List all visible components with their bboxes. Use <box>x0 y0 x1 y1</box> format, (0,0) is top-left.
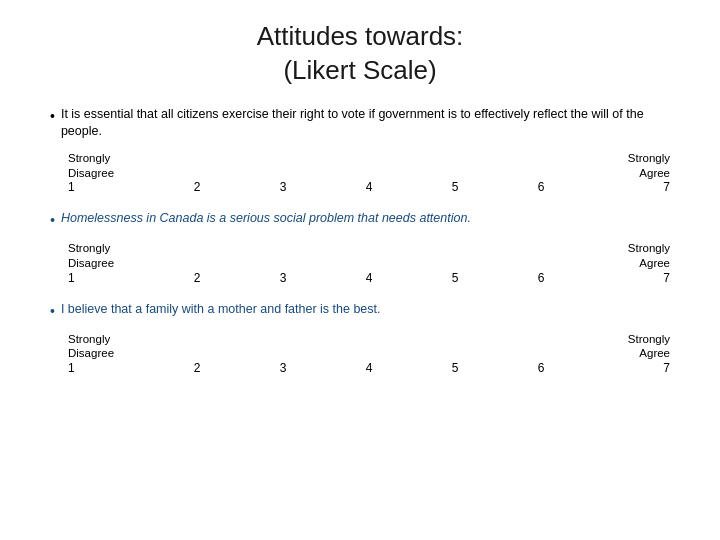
question-1-label: It is essential that all citizens exerci… <box>61 106 670 141</box>
bullet-1: • <box>50 107 55 127</box>
scale-1-num-5: 5 <box>412 180 498 194</box>
scale-2-num-5: 5 <box>412 271 498 285</box>
scale-2-num-7: 7 <box>584 271 670 285</box>
question-1-text: • It is essential that all citizens exer… <box>50 106 670 141</box>
scale-1-right-label: Strongly Agree <box>628 151 670 181</box>
question-1-block: • It is essential that all citizens exer… <box>50 106 670 195</box>
scale-1-left-label: Strongly Disagree <box>68 151 114 181</box>
scale-2-num-1: 1 <box>68 271 154 285</box>
scale-1-num-6: 6 <box>498 180 584 194</box>
scale-2-labels: Strongly Disagree Strongly Agree <box>68 241 670 271</box>
scale-1-num-1: 1 <box>68 180 154 194</box>
bullet-2: • <box>50 211 55 231</box>
bullet-3: • <box>50 302 55 322</box>
page-title: Attitudes towards: (Likert Scale) <box>50 20 670 88</box>
scale-2-numbers: 1 2 3 4 5 6 7 <box>68 271 670 285</box>
scale-3-num-7: 7 <box>584 361 670 375</box>
page: Attitudes towards: (Likert Scale) • It i… <box>0 0 720 540</box>
scale-3-num-4: 4 <box>326 361 412 375</box>
scale-3-numbers: 1 2 3 4 5 6 7 <box>68 361 670 375</box>
scale-3: Strongly Disagree Strongly Agree 1 2 3 4… <box>68 332 670 376</box>
scale-3-left-label: Strongly Disagree <box>68 332 114 362</box>
scale-3-right-label: Strongly Agree <box>628 332 670 362</box>
question-3-label: I believe that a family with a mother an… <box>61 301 381 319</box>
scale-3-num-2: 2 <box>154 361 240 375</box>
scale-1-labels: Strongly Disagree Strongly Agree <box>68 151 670 181</box>
scale-2-num-6: 6 <box>498 271 584 285</box>
scale-2-num-3: 3 <box>240 271 326 285</box>
scale-3-num-1: 1 <box>68 361 154 375</box>
scale-1-num-3: 3 <box>240 180 326 194</box>
scale-2-right-label: Strongly Agree <box>628 241 670 271</box>
question-2-text: • Homelessness in Canada is a serious so… <box>50 210 670 231</box>
scale-1-numbers: 1 2 3 4 5 6 7 <box>68 180 670 194</box>
scale-1-num-7: 7 <box>584 180 670 194</box>
scale-3-num-3: 3 <box>240 361 326 375</box>
question-2-label: Homelessness in Canada is a serious soci… <box>61 210 471 228</box>
scale-2: Strongly Disagree Strongly Agree 1 2 3 4… <box>68 241 670 285</box>
question-2-block: • Homelessness in Canada is a serious so… <box>50 210 670 284</box>
scale-1-num-2: 2 <box>154 180 240 194</box>
scale-2-left-label: Strongly Disagree <box>68 241 114 271</box>
scale-3-num-6: 6 <box>498 361 584 375</box>
scale-2-num-2: 2 <box>154 271 240 285</box>
scale-1: Strongly Disagree Strongly Agree 1 2 3 4… <box>68 151 670 195</box>
scale-3-labels: Strongly Disagree Strongly Agree <box>68 332 670 362</box>
scale-2-num-4: 4 <box>326 271 412 285</box>
scale-1-num-4: 4 <box>326 180 412 194</box>
question-3-text: • I believe that a family with a mother … <box>50 301 670 322</box>
question-3-block: • I believe that a family with a mother … <box>50 301 670 375</box>
scale-3-num-5: 5 <box>412 361 498 375</box>
